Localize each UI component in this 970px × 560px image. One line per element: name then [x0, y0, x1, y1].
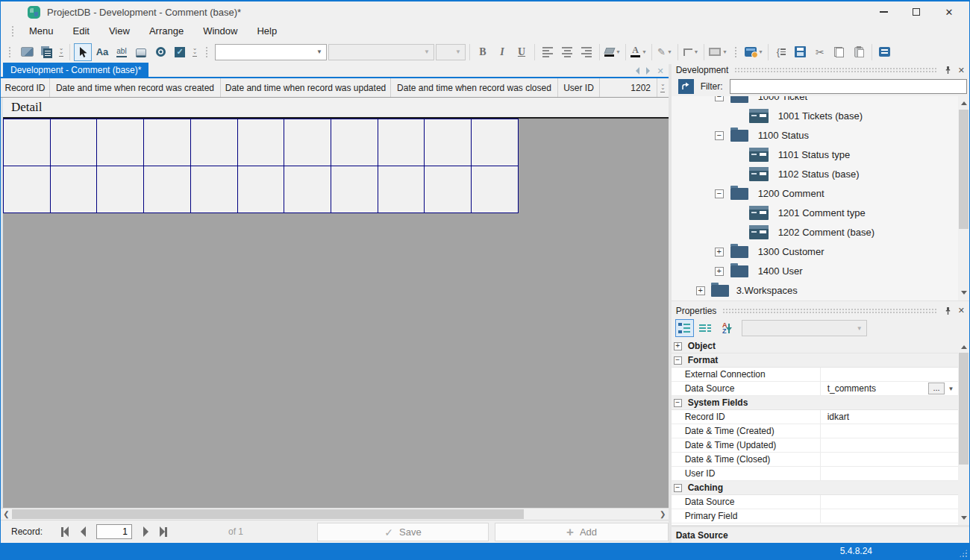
- save-button[interactable]: [792, 43, 810, 61]
- field-column-header[interactable]: Date and time when record was updated: [221, 78, 391, 97]
- tree-expander-icon[interactable]: +: [715, 267, 724, 276]
- tab-scroll-left-icon[interactable]: [636, 67, 639, 75]
- tree-item[interactable]: 1201 Comment type: [672, 204, 958, 223]
- align-center-button[interactable]: [558, 43, 576, 61]
- menu-item-help[interactable]: Help: [247, 24, 287, 38]
- tree-item[interactable]: 1202 Comment (base): [672, 223, 958, 242]
- radio-tool-button[interactable]: [151, 43, 169, 61]
- scrollbar-track[interactable]: [12, 509, 657, 520]
- property-category-row[interactable]: − Caching: [672, 481, 958, 495]
- menu-item-arrange[interactable]: Arrange: [140, 24, 193, 38]
- tools-overflow-button[interactable]: ⌄⌄: [190, 47, 199, 57]
- property-value[interactable]: ▼: [821, 509, 958, 523]
- scrollbar-thumb[interactable]: [12, 509, 524, 519]
- font-style-combobox[interactable]: ▼: [328, 44, 434, 60]
- checkbox-tool-button[interactable]: ✓: [171, 43, 189, 61]
- scroll-right-button[interactable]: ❯: [657, 509, 669, 520]
- property-value[interactable]: ▼: [821, 495, 958, 509]
- paste-button[interactable]: [850, 43, 868, 61]
- properties-scroll-up-button[interactable]: [958, 341, 969, 352]
- last-record-button[interactable]: [154, 523, 172, 540]
- tree-item[interactable]: 1101 Status type: [672, 145, 958, 165]
- filter-input[interactable]: [730, 79, 967, 94]
- pen-style-button[interactable]: ✎▼: [656, 43, 674, 61]
- tree-item[interactable]: 1102 Status (base): [672, 165, 958, 184]
- tree-scrollbar-thumb[interactable]: [959, 110, 969, 229]
- property-value[interactable]: ▼: [821, 453, 958, 466]
- horizontal-scrollbar[interactable]: ❮ ❯: [1, 508, 669, 520]
- font-family-combobox[interactable]: ▼: [215, 44, 327, 60]
- tree-expander-icon[interactable]: −: [715, 96, 724, 101]
- column-overflow-button[interactable]: ⌄⌄: [657, 78, 669, 97]
- align-left-button[interactable]: [539, 43, 557, 61]
- tree-item[interactable]: 1001 Tickets (base): [672, 107, 958, 126]
- tree-item[interactable]: − 1000 Ticket: [672, 96, 958, 107]
- field-list-button[interactable]: {: [772, 43, 790, 61]
- tree-expander-icon[interactable]: −: [715, 131, 724, 140]
- field-column-header[interactable]: Date and time when record was created: [50, 78, 221, 97]
- property-object-combobox[interactable]: ▼: [742, 320, 867, 336]
- tree-expander-icon[interactable]: −: [715, 189, 724, 198]
- button-tool-button[interactable]: [132, 43, 150, 61]
- copy-button[interactable]: [830, 43, 848, 61]
- pages-button[interactable]: [37, 43, 55, 61]
- category-expander-icon[interactable]: −: [674, 484, 682, 492]
- field-column-header[interactable]: Date and time when record was closed: [391, 78, 558, 97]
- menu-item-edit[interactable]: Edit: [63, 24, 99, 38]
- alphabetical-sort-button[interactable]: AZ: [717, 319, 736, 337]
- properties-vertical-scrollbar[interactable]: [958, 339, 969, 525]
- font-size-combobox[interactable]: ▼: [436, 44, 466, 60]
- tree-item[interactable]: − 1200 Comment: [672, 184, 958, 204]
- design-surface[interactable]: Detail: [1, 98, 669, 508]
- font-color-button[interactable]: A▼: [630, 43, 648, 61]
- close-panel-icon[interactable]: ✕: [958, 306, 965, 315]
- menu-grip-handle[interactable]: [11, 25, 15, 37]
- categorized-view-button[interactable]: [675, 319, 694, 337]
- first-record-button[interactable]: [56, 523, 74, 540]
- property-row[interactable]: Record ID idkart ▼: [672, 410, 958, 424]
- label-tool-button[interactable]: Aa: [93, 43, 111, 61]
- border-style-button[interactable]: ▼: [708, 43, 728, 61]
- toolbar-grip-handle-2[interactable]: [205, 46, 209, 58]
- development-panel-header[interactable]: Development ✕: [672, 64, 969, 77]
- menu-item-menu[interactable]: Menu: [19, 24, 63, 38]
- italic-button[interactable]: I: [493, 43, 511, 61]
- tree-item[interactable]: + 1400 User: [672, 262, 958, 281]
- property-category-row[interactable]: + Object: [672, 339, 958, 353]
- tree-scroll-down-button[interactable]: [958, 288, 969, 299]
- underline-button[interactable]: U: [513, 43, 531, 61]
- fill-color-button[interactable]: ▼: [604, 43, 622, 61]
- properties-panel-header[interactable]: Properties ✕: [672, 304, 969, 317]
- toolbar-grip-handle[interactable]: [8, 46, 12, 58]
- textbox-tool-button[interactable]: abl: [113, 43, 131, 61]
- tree-scroll-up-button[interactable]: [958, 98, 969, 109]
- category-expander-icon[interactable]: +: [674, 342, 682, 350]
- property-value[interactable]: ▼: [821, 438, 958, 452]
- properties-scrollbar-thumb[interactable]: [959, 353, 969, 465]
- bold-button[interactable]: B: [474, 43, 492, 61]
- property-category-row[interactable]: − Format: [672, 353, 958, 368]
- tree-item[interactable]: + 3.Workspaces: [672, 281, 958, 301]
- tree-expander-icon[interactable]: +: [715, 248, 724, 257]
- property-row[interactable]: Date & Time (Closed) ▼: [672, 453, 958, 467]
- minimize-button[interactable]: [872, 4, 895, 20]
- resize-grip[interactable]: [959, 549, 968, 558]
- property-row[interactable]: Date & Time (Created) ▼: [672, 424, 958, 438]
- property-row[interactable]: Date & Time (Updated) ▼: [672, 438, 958, 453]
- save-record-button[interactable]: ✓Save: [317, 523, 489, 541]
- menu-item-window[interactable]: Window: [193, 24, 247, 38]
- comments-button[interactable]: [876, 43, 894, 61]
- record-number-input[interactable]: [96, 524, 132, 539]
- previous-record-button[interactable]: [74, 523, 92, 540]
- cut-button[interactable]: ✂: [811, 43, 829, 61]
- property-value[interactable]: ▼: [821, 467, 958, 480]
- properties-scroll-down-button[interactable]: [958, 512, 969, 523]
- tree-expander-icon[interactable]: +: [696, 286, 705, 295]
- ellipsis-button[interactable]: ...: [928, 383, 945, 394]
- tree-item[interactable]: + 1300 Customer: [672, 242, 958, 262]
- property-row[interactable]: User ID ▼: [672, 467, 958, 481]
- property-row[interactable]: External Connection ▼: [672, 368, 958, 382]
- chevron-down-icon[interactable]: ▼: [945, 383, 957, 394]
- tab-development-comment-base[interactable]: Development - Comment (base)*: [3, 63, 148, 77]
- design-grid[interactable]: [3, 119, 519, 213]
